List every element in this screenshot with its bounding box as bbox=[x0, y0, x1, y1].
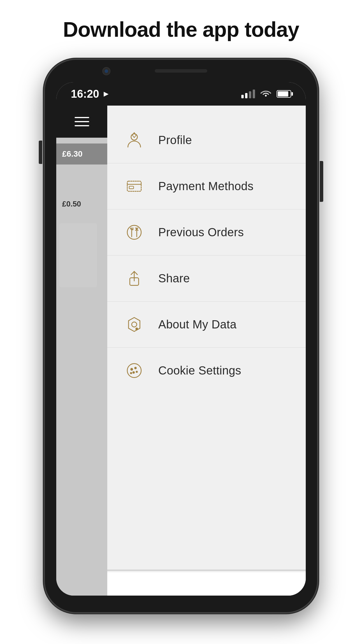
svg-point-0 bbox=[131, 134, 138, 140]
hamburger-icon bbox=[75, 117, 89, 126]
menu-item-profile[interactable]: Profile bbox=[107, 117, 306, 163]
svg-rect-4 bbox=[129, 186, 133, 189]
svg-point-14 bbox=[127, 364, 141, 378]
svg-point-18 bbox=[136, 371, 137, 372]
payment-icon bbox=[125, 177, 144, 196]
sidebar-prices: £6.30 £0.50 bbox=[56, 138, 107, 293]
divider-bottom bbox=[107, 570, 306, 571]
menu-item-previous-orders[interactable]: Previous Orders bbox=[107, 209, 306, 256]
time-display: 16:20 bbox=[71, 88, 99, 100]
phone-screen: 16:20 ► bbox=[56, 82, 306, 596]
svg-point-19 bbox=[131, 372, 132, 374]
drawer-menu: Profile Payment Methods bbox=[107, 106, 306, 596]
svg-point-13 bbox=[136, 328, 138, 330]
menu-item-cookie-settings[interactable]: Cookie Settings bbox=[107, 348, 306, 393]
hamburger-button[interactable] bbox=[56, 106, 107, 138]
menu-label-data: About My Data bbox=[158, 318, 236, 331]
svg-marker-1 bbox=[132, 133, 136, 138]
status-icons bbox=[241, 88, 291, 99]
share-icon bbox=[125, 269, 144, 288]
sidebar-strip: £6.30 £0.50 bbox=[56, 106, 107, 596]
phone-top-bar bbox=[44, 59, 318, 82]
orders-icon bbox=[125, 223, 144, 242]
signal-icon bbox=[241, 90, 255, 98]
menu-item-share[interactable]: Share bbox=[107, 256, 306, 302]
status-time: 16:20 ► bbox=[71, 88, 110, 100]
menu-label-profile: Profile bbox=[158, 134, 192, 147]
status-bar: 16:20 ► bbox=[56, 82, 306, 106]
svg-point-5 bbox=[127, 225, 141, 239]
menu-label-payment: Payment Methods bbox=[158, 180, 254, 193]
menu-label-cookie: Cookie Settings bbox=[158, 364, 241, 377]
location-arrow-icon: ► bbox=[102, 89, 110, 99]
profile-icon bbox=[125, 131, 144, 150]
svg-point-17 bbox=[133, 372, 134, 373]
menu-label-share: Share bbox=[158, 272, 190, 285]
svg-point-12 bbox=[132, 322, 137, 327]
menu-item-about-my-data[interactable]: About My Data bbox=[107, 302, 306, 348]
data-icon bbox=[125, 315, 144, 334]
price-item-2: £0.50 bbox=[56, 194, 107, 214]
app-content: £6.30 £0.50 bbox=[56, 106, 306, 596]
wifi-icon bbox=[260, 88, 271, 99]
phone-speaker bbox=[155, 69, 207, 73]
svg-point-15 bbox=[131, 368, 133, 370]
cookie-icon bbox=[125, 361, 144, 380]
svg-point-16 bbox=[135, 367, 136, 369]
menu-item-payment-methods[interactable]: Payment Methods bbox=[107, 163, 306, 209]
page-headline: Download the app today bbox=[63, 18, 299, 41]
battery-fill bbox=[278, 91, 288, 97]
phone-frame: 16:20 ► bbox=[44, 59, 318, 613]
phone-camera bbox=[102, 67, 110, 75]
battery-icon bbox=[277, 90, 291, 98]
price-item-1: £6.30 bbox=[56, 144, 107, 164]
menu-label-orders: Previous Orders bbox=[158, 226, 244, 239]
bottom-bar bbox=[107, 572, 306, 596]
